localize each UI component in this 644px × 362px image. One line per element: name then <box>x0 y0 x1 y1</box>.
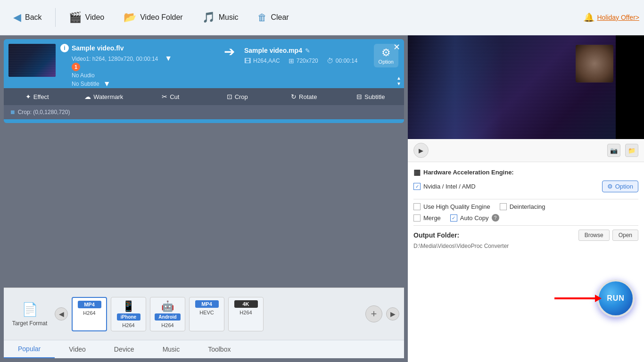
tab-cut[interactable]: ✂ Cut <box>137 88 204 105</box>
preview-face <box>576 45 613 82</box>
music-icon: 🎵 <box>202 11 215 24</box>
main-layout: ✕ i Sample video.flv Video1: h264, 1280x… <box>0 35 644 362</box>
player-controls: ▶ 📷 📁 <box>408 139 644 162</box>
target-format-label: 📄 Target Format <box>8 302 51 327</box>
effect-icon: ✦ <box>25 93 31 100</box>
video-button[interactable]: 🎬 Video <box>60 8 113 27</box>
auto-copy-checkbox[interactable]: ✓ <box>450 214 457 222</box>
badge-number: 1 <box>72 63 80 71</box>
video-folder-button[interactable]: 📂 Video Folder <box>115 8 191 27</box>
tab-music[interactable]: Music <box>149 340 194 358</box>
format-prev-button[interactable]: ◀ <box>55 307 68 321</box>
scroll-down-icon[interactable]: ▼ <box>396 82 401 86</box>
merge-label: Merge <box>423 214 441 222</box>
music-label: Music <box>219 13 239 22</box>
output-folder-row: Output Folder: Browse Open <box>413 230 638 241</box>
output-filename: Sample video.mp4 <box>244 47 302 54</box>
auto-copy-help[interactable]: ? <box>492 214 499 222</box>
tab-toolbox[interactable]: Toolbox <box>194 340 245 358</box>
format-item-4k[interactable]: 4K H264 <box>228 297 264 331</box>
format-item-iphone[interactable]: 📱 iPhone H264 <box>111 297 146 331</box>
output-name-row: Sample video.mp4 ✎ <box>244 47 364 54</box>
tab-popular[interactable]: Popular <box>4 340 55 358</box>
tab-device[interactable]: Device <box>100 340 149 358</box>
subtitle-expand-icon[interactable]: ▼ <box>103 80 111 88</box>
video-name-row: i Sample video.flv <box>60 44 215 52</box>
tab-video[interactable]: Video <box>55 340 100 358</box>
high-quality-label: Use High Quality Engine <box>423 203 490 210</box>
deinterlacing-checkbox[interactable] <box>500 203 507 210</box>
video-thumbnail <box>8 44 56 77</box>
format-badge-mp4-hevc: MP4 <box>195 300 219 308</box>
option-gear-icon: ⚙ <box>607 183 613 190</box>
tab-watermark[interactable]: ☁ Watermark <box>71 88 138 105</box>
hw-icon: ▦ <box>413 168 421 177</box>
auto-copy-label: Auto Copy <box>460 214 489 222</box>
add-format-button[interactable]: + <box>365 305 382 322</box>
folder-buttons: Browse Open <box>578 230 638 241</box>
convert-arrow: ➔ <box>219 44 239 59</box>
edit-tabs: ✦ Effect ☁ Watermark ✂ Cut ⊡ Crop ↻ Ro <box>4 88 404 105</box>
format-item-android[interactable]: 🤖 Android H264 <box>150 297 185 331</box>
clear-button[interactable]: 🗑 Clear <box>249 8 297 27</box>
video-label: Video <box>85 13 105 22</box>
run-arrow-line <box>554 297 597 299</box>
format-badge-android: Android <box>155 313 180 321</box>
thumb-inner <box>8 44 56 77</box>
format-badge-iphone: iPhone <box>117 313 140 321</box>
settings-panel: ▦ Hardware Acceleration Engine: ✓ Nvidia… <box>408 162 644 362</box>
divider-1 <box>413 199 638 199</box>
codec-icon: 🎞 <box>244 57 251 65</box>
video-card-top: i Sample video.flv Video1: h264, 1280x72… <box>4 39 404 88</box>
workspace-spacer <box>4 123 404 288</box>
tab-subtitle[interactable]: ⊟ Subtitle <box>338 88 405 105</box>
watermark-icon: ☁ <box>84 93 91 100</box>
format-sub-iphone: H264 <box>122 322 134 328</box>
tab-effect[interactable]: ✦ Effect <box>4 88 71 105</box>
nvidia-label: Nvidia / Intel / AMD <box>423 183 476 190</box>
bell-icon: 🔔 <box>584 12 594 23</box>
format-item-mp4-h264[interactable]: MP4 H264 <box>72 297 107 331</box>
nvidia-checkbox[interactable]: ✓ <box>413 183 421 190</box>
hw-option-row: ✓ Nvidia / Intel / AMD ⚙ Option <box>413 181 638 192</box>
clock-icon: ⏱ <box>327 57 333 65</box>
holiday-offer-link[interactable]: 🔔 Holiday Offer> <box>584 12 639 23</box>
scroll-up-icon[interactable]: ▲ <box>396 76 401 81</box>
screenshot-button[interactable]: 📷 <box>607 144 620 157</box>
back-button[interactable]: ◀ Back <box>5 8 50 27</box>
format-sub-h264: H264 <box>83 310 95 316</box>
expand-icon[interactable]: ▼ <box>165 54 172 62</box>
open-button[interactable]: Open <box>612 230 638 241</box>
folder-button[interactable]: 📁 <box>625 144 638 157</box>
music-button[interactable]: 🎵 Music <box>194 8 247 27</box>
browse-button[interactable]: Browse <box>578 230 610 241</box>
format-next-button[interactable]: ▶ <box>386 307 399 321</box>
high-quality-checkbox[interactable] <box>413 203 421 210</box>
deinterlacing-checkbox-row: Deinterlacing <box>500 203 545 210</box>
close-button[interactable]: ✕ <box>393 42 400 52</box>
format-badge-mp4: MP4 <box>78 301 101 308</box>
crop-info-bar: ■ Crop: (0,0,1280,720) <box>4 105 404 119</box>
format-badge-4k: 4K <box>234 300 258 308</box>
subtitle-row: No Subtitle ▼ <box>72 80 215 88</box>
video-folder-icon: 📂 <box>124 11 136 24</box>
play-button[interactable]: ▶ <box>413 143 429 158</box>
output-specs: 🎞 H264,AAC ⊞ 720x720 ⏱ 00:00:14 <box>244 57 364 65</box>
merge-checkbox[interactable] <box>413 214 421 222</box>
run-button[interactable]: RUN <box>597 280 635 317</box>
video-folder-label: Video Folder <box>140 13 182 22</box>
document-icon: 📄 <box>22 302 38 317</box>
tab-crop[interactable]: ⊡ Crop <box>204 88 271 105</box>
option-button[interactable]: ⚙ Option <box>602 181 638 192</box>
preview-area <box>408 35 644 139</box>
tab-rotate[interactable]: ↻ Rotate <box>271 88 338 105</box>
format-item-mp4-hevc[interactable]: MP4 HEVC <box>189 297 224 331</box>
preview-black-bar <box>616 35 644 139</box>
rotate-icon: ↻ <box>291 93 297 100</box>
high-quality-checkbox-row: Use High Quality Engine <box>413 203 490 210</box>
hw-accel-title: ▦ Hardware Acceleration Engine: <box>413 168 638 177</box>
back-label: Back <box>25 13 42 22</box>
video-output-area: Sample video.mp4 ✎ 🎞 H264,AAC ⊞ 720x720 <box>244 44 398 67</box>
edit-icon[interactable]: ✎ <box>305 47 310 54</box>
video-card: ✕ i Sample video.flv Video1: h264, 1280x… <box>4 39 404 123</box>
